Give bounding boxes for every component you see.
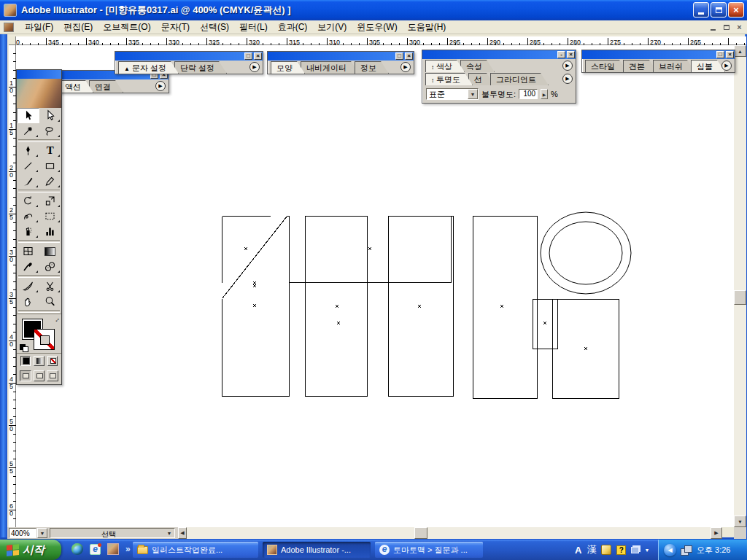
colortrans-tab-row-flyout-menu-button[interactable]: ▶ bbox=[562, 61, 573, 71]
blend-mode-dropdown-icon[interactable]: ▼ bbox=[468, 89, 478, 99]
opacity-spinner-button[interactable]: ▶ bbox=[541, 89, 548, 99]
actions-tab-row-flyout-menu-button[interactable]: ▶ bbox=[155, 81, 166, 91]
tool-hand[interactable] bbox=[17, 294, 39, 309]
menu-item-9[interactable]: 도움말(H) bbox=[403, 20, 452, 34]
document-icon[interactable] bbox=[4, 23, 14, 32]
outlook-express-icon[interactable]: e bbox=[90, 544, 101, 555]
swatches-palette-close-button[interactable]: × bbox=[726, 51, 734, 58]
horizontal-scroll-thumb[interactable] bbox=[414, 527, 427, 539]
start-button[interactable]: 시작 bbox=[0, 540, 61, 560]
tool-eyedropper[interactable] bbox=[17, 259, 39, 274]
tool-free-transform[interactable] bbox=[39, 209, 62, 224]
character-palette-titlebar[interactable]: □× bbox=[115, 52, 263, 61]
zoom-dropdown-button[interactable]: ▼ bbox=[37, 528, 47, 538]
tab-paragraph-settings[interactable]: 단락 설정 bbox=[174, 61, 227, 74]
network-tray-icon[interactable] bbox=[681, 545, 692, 555]
tab-brushes[interactable]: 브러쉬 bbox=[653, 60, 695, 72]
fullscreen-mode-button[interactable] bbox=[47, 370, 58, 381]
doc-restore-button[interactable] bbox=[721, 23, 731, 31]
tool-rectangle[interactable] bbox=[39, 158, 62, 174]
internet-globe-icon[interactable] bbox=[71, 543, 83, 555]
tab-info[interactable]: 정보 bbox=[355, 61, 389, 74]
ime-help-icon[interactable]: ? bbox=[616, 545, 626, 555]
minimize-button[interactable] bbox=[693, 2, 709, 18]
tool-mesh[interactable] bbox=[17, 244, 39, 259]
appearance-palette-restore-button[interactable]: □ bbox=[395, 52, 403, 60]
menu-item-5[interactable]: 필터(L) bbox=[234, 20, 273, 34]
gradient-button[interactable] bbox=[34, 356, 44, 366]
status-dropdown-button[interactable]: ▼ bbox=[165, 529, 174, 537]
appearance-palette-titlebar[interactable]: □× bbox=[268, 52, 414, 61]
tool-line-segment[interactable] bbox=[17, 158, 39, 174]
task-button-1[interactable]: Adobe Illustrator -... bbox=[263, 542, 371, 558]
tool-type[interactable]: T bbox=[39, 143, 62, 158]
zoom-level-field[interactable]: 400% bbox=[9, 528, 36, 538]
tab-navigator[interactable]: 내비게이터 bbox=[301, 61, 359, 74]
ime-lang-indicator[interactable]: A bbox=[575, 545, 581, 556]
task-button-0[interactable]: 일러스트작업완료... bbox=[133, 542, 258, 558]
doc-minimize-button[interactable] bbox=[708, 23, 718, 31]
tool-selection[interactable] bbox=[17, 108, 39, 123]
colortrans-palette-titlebar[interactable]: -× bbox=[422, 50, 576, 59]
task-button-2[interactable]: e토마토맥 > 질문과 ... bbox=[375, 542, 483, 558]
tool-warp[interactable] bbox=[17, 209, 39, 224]
ime-pad-icon[interactable] bbox=[601, 545, 611, 555]
tab-character-settings[interactable]: ▲문자 설정 bbox=[118, 61, 179, 74]
menu-item-4[interactable]: 선택(S) bbox=[195, 20, 234, 34]
horizontal-scrollbar[interactable]: ▶ bbox=[187, 527, 722, 539]
tab-appearance[interactable]: 모양 bbox=[271, 61, 305, 74]
status-display[interactable]: 선택 ▼ bbox=[50, 528, 175, 538]
tab-symbols[interactable]: 심볼 bbox=[691, 60, 725, 72]
tab-styles[interactable]: 스타일 bbox=[585, 60, 627, 72]
character-palette-restore-button[interactable]: □ bbox=[244, 52, 252, 60]
tool-symbol-sprayer[interactable] bbox=[17, 224, 39, 239]
fullscreen-menu-mode-button[interactable] bbox=[34, 370, 45, 381]
tool-pen[interactable] bbox=[17, 143, 39, 158]
tool-blend[interactable] bbox=[39, 259, 62, 274]
tab-attributes[interactable]: 속성 bbox=[460, 60, 495, 72]
doc-close-button[interactable]: × bbox=[735, 23, 744, 31]
menu-item-1[interactable]: 편집(E) bbox=[58, 20, 98, 34]
character-palette-close-button[interactable]: × bbox=[254, 52, 262, 60]
scroll-left-button[interactable]: ◀ bbox=[178, 527, 187, 539]
swatches-tab-row-flyout-menu-button[interactable]: ▶ bbox=[721, 61, 732, 71]
character-palette[interactable]: □×▲문자 설정단락 설정▶ bbox=[115, 51, 263, 74]
menu-item-0[interactable]: 파일(F) bbox=[20, 20, 58, 34]
none-button[interactable] bbox=[47, 356, 58, 366]
swap-fill-stroke-icon[interactable]: ↔ bbox=[52, 314, 61, 324]
appearance-palette-close-button[interactable]: × bbox=[405, 52, 413, 60]
tool-lasso[interactable] bbox=[39, 123, 62, 139]
appearance-palette[interactable]: □×모양내비게이터정보▶ bbox=[267, 51, 414, 74]
illustrator-quicklaunch-icon[interactable] bbox=[107, 543, 119, 555]
menu-item-2[interactable]: 오브젝트(O) bbox=[98, 20, 155, 34]
character-tab-row-flyout-menu-button[interactable]: ▶ bbox=[249, 62, 260, 72]
vertical-scroll-thumb[interactable] bbox=[734, 290, 746, 305]
tool-gradient[interactable] bbox=[39, 244, 62, 259]
menu-item-7[interactable]: 보기(V) bbox=[312, 20, 352, 34]
tab-links[interactable]: 연결 bbox=[89, 80, 123, 93]
transparency-tab-row-flyout-menu-button[interactable]: ▶ bbox=[562, 74, 573, 84]
tab-actions[interactable]: 액션 bbox=[59, 80, 93, 93]
swatches-palette[interactable]: □×스타일견본브러쉬심볼▶ bbox=[581, 50, 735, 73]
ime-options-arrow-icon[interactable]: ▼ bbox=[644, 548, 649, 553]
blend-mode-select[interactable]: 표준▼ bbox=[426, 88, 479, 100]
maximize-button[interactable] bbox=[711, 2, 727, 18]
scroll-right-button[interactable]: ▶ bbox=[711, 527, 722, 539]
stroke-color-swatch[interactable] bbox=[34, 329, 55, 350]
scroll-up-button[interactable]: ▲ bbox=[734, 45, 746, 57]
swatches-palette-restore-button[interactable]: □ bbox=[716, 51, 724, 58]
colortrans-palette-minimize-button[interactable]: - bbox=[557, 51, 565, 58]
ime-hanja-indicator[interactable]: 漢 bbox=[587, 543, 596, 556]
toolbox-palette[interactable]: T ↔ bbox=[16, 69, 62, 385]
tool-zoom[interactable] bbox=[39, 294, 62, 309]
tool-rotate[interactable] bbox=[17, 193, 39, 209]
tool-scissors[interactable] bbox=[39, 279, 62, 294]
quicklaunch-chevron-icon[interactable]: » bbox=[125, 544, 131, 554]
standard-screen-mode-button[interactable] bbox=[20, 370, 31, 381]
colortrans-palette-close-button[interactable]: × bbox=[567, 51, 575, 58]
tab-swatches[interactable]: 견본 bbox=[623, 60, 657, 72]
close-button[interactable]: × bbox=[728, 2, 744, 18]
hide-tray-icons-button[interactable]: ◀ bbox=[664, 544, 676, 556]
document-canvas[interactable] bbox=[16, 45, 734, 527]
menu-item-6[interactable]: 효과(C) bbox=[273, 20, 313, 34]
